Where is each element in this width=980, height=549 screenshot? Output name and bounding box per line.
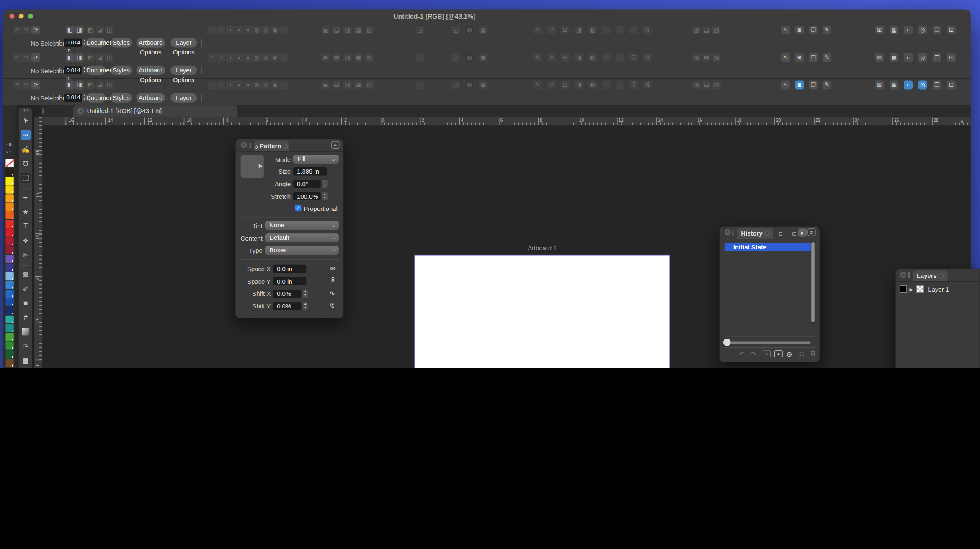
bring-forward-button[interactable]: ◨ [575, 53, 583, 62]
edit-in-button[interactable]: ✎ [533, 26, 542, 34]
close-tab-icon[interactable]: ✕ [77, 108, 84, 114]
warp-grid-tool[interactable]: # [21, 312, 31, 322]
reference-point-button[interactable]: ⊡ [947, 53, 956, 62]
edit-mode-button[interactable]: ✎ [823, 26, 831, 34]
page-view-button[interactable]: ▤ [702, 26, 711, 34]
send-backward-button[interactable]: ◧ [588, 81, 597, 90]
artboard[interactable] [415, 255, 670, 368]
history-slider-track[interactable] [726, 341, 811, 343]
layer-options-button[interactable]: Layer Options [170, 38, 197, 47]
grid-object-button[interactable]: ▦ [479, 26, 487, 34]
page-view-button[interactable]: ▤ [702, 53, 711, 62]
page-options-button[interactable]: ▧ [712, 26, 721, 34]
grid-object-button[interactable]: ▦ [479, 53, 487, 62]
combine-b-button[interactable]: ▤ [332, 26, 341, 34]
swap-order-button[interactable]: ⇅ [643, 26, 652, 34]
color-swatch[interactable] [5, 324, 13, 332]
outline-shape-button[interactable]: ◌ [279, 81, 288, 90]
color-swatch[interactable] [5, 367, 13, 368]
send-to-bottom-button[interactable]: ↧ [629, 81, 638, 90]
angle-stepper[interactable]: ▲▼ [322, 180, 328, 188]
undo-button[interactable]: ↶ [13, 81, 21, 90]
color-swatch[interactable] [5, 211, 13, 219]
color-swatch[interactable] [5, 194, 13, 202]
brush-tool[interactable]: ✍ [21, 144, 31, 154]
shift-x-icon[interactable]: ∿ [330, 289, 335, 297]
pixel-grid-button[interactable]: ▦ [890, 53, 898, 62]
exclude-button[interactable]: ◕ [235, 53, 243, 62]
hidden-tab-2[interactable]: C [792, 231, 797, 237]
proportional-checkbox[interactable]: ✓ [295, 205, 301, 211]
group-button[interactable]: ⊞ [561, 81, 570, 90]
scale-object-button[interactable]: ◳ [416, 26, 425, 34]
no-color-swatch[interactable] [5, 159, 13, 167]
reference-point-button[interactable]: ⊡ [947, 26, 956, 34]
tint-dropdown[interactable]: None⌄ [265, 221, 339, 230]
transform-button[interactable]: ◫ [105, 26, 114, 34]
swatch-list-icon[interactable]: ∘≡ [5, 142, 11, 147]
pattern-object-button[interactable]: ◍ [465, 81, 474, 90]
history-slider-knob[interactable] [723, 339, 731, 346]
union-button[interactable]: ○ [208, 81, 217, 90]
styles-button[interactable]: Styles [111, 66, 132, 75]
history-panel-grip-icon[interactable]: ∥ [732, 229, 735, 236]
page-options-button[interactable]: ▧ [712, 53, 721, 62]
move-down-button[interactable]: ↓ [616, 53, 624, 62]
combine-a-button[interactable]: ▣ [321, 26, 330, 34]
shift-x-input[interactable]: 0.0% [273, 290, 301, 298]
select-bounds-button[interactable]: ❒ [933, 53, 941, 62]
document-button[interactable]: Document [86, 38, 106, 47]
close-pattern-tab-icon[interactable]: ✕ [283, 144, 288, 149]
color-swatch[interactable] [5, 220, 13, 228]
mesh-tool[interactable]: ▩ [21, 269, 31, 279]
color-swatch[interactable] [5, 290, 13, 298]
combine-d-button[interactable]: ▦ [354, 53, 363, 62]
node-tool[interactable]: ↝ [21, 130, 31, 140]
no-image-button[interactable]: ⊠ [875, 53, 884, 62]
pattern-object-button[interactable]: ◍ [465, 53, 474, 62]
layer-options-button[interactable]: Layer Options [170, 66, 197, 75]
redo-button[interactable]: ↷ [22, 81, 31, 90]
preview-mode-button[interactable]: ◐ [904, 53, 913, 62]
color-swatch[interactable] [5, 272, 13, 280]
nudge-distance-input[interactable]: 0.014 in [64, 39, 82, 47]
pattern-object-button[interactable]: ◍ [465, 26, 474, 34]
duplicate-mode-button[interactable]: ❐ [809, 26, 818, 34]
bring-forward-button[interactable]: ◨ [575, 81, 583, 90]
flip-vertical-button[interactable]: ◨ [75, 53, 84, 62]
nudge-distance-input[interactable]: 0.014 in [64, 66, 82, 74]
hidden-tab[interactable]: C [778, 231, 783, 237]
mask-object-button[interactable]: ◱ [451, 26, 460, 34]
shift-x-stepper[interactable]: ▲▼ [302, 290, 308, 298]
color-swatch[interactable] [5, 264, 13, 272]
columns-view-button[interactable]: ▥ [692, 26, 701, 34]
rotate-right-button[interactable]: ◪ [95, 81, 104, 90]
group-button[interactable]: ⊞ [561, 53, 570, 62]
divide-button[interactable]: ● [243, 26, 252, 34]
undo-button[interactable]: ↶ [13, 26, 21, 34]
minimize-traffic-light[interactable] [19, 14, 24, 19]
repeat-x-icon[interactable]: »» [330, 264, 335, 272]
intersect-button[interactable]: ◑ [225, 26, 234, 34]
new-snapshot-button[interactable]: ▲ [774, 350, 782, 357]
stamp-tool[interactable]: ▣ [21, 298, 31, 308]
tab-overflow-icon[interactable]: ▶ [798, 228, 807, 236]
flip-horizontal-button[interactable]: ◧ [66, 53, 75, 62]
history-tab[interactable]: History ✕ [737, 228, 774, 239]
sync-button[interactable]: ⟳ [31, 81, 40, 90]
intersect-button[interactable]: ◑ [225, 81, 234, 90]
color-swatch[interactable] [5, 185, 13, 193]
bricks-tool[interactable]: ▤ [21, 355, 31, 365]
color-swatch[interactable] [5, 237, 13, 245]
move-up-button[interactable]: ↑ [602, 53, 611, 62]
mask-object-button[interactable]: ◱ [451, 53, 460, 62]
layer-color-swatch[interactable] [900, 285, 907, 293]
layer-options-button[interactable]: Layer Options [170, 93, 197, 102]
history-step-back-button[interactable]: ↶ [739, 350, 745, 358]
columns-view-button[interactable]: ▥ [692, 81, 701, 90]
intersect-button[interactable]: ◑ [225, 53, 234, 62]
space-y-input[interactable]: 0.0 in [273, 277, 306, 285]
page-options-button[interactable]: ▧ [712, 81, 721, 90]
shift-y-icon[interactable]: ↯ [330, 302, 335, 310]
preview-mode-button[interactable]: ◐ [904, 26, 913, 34]
